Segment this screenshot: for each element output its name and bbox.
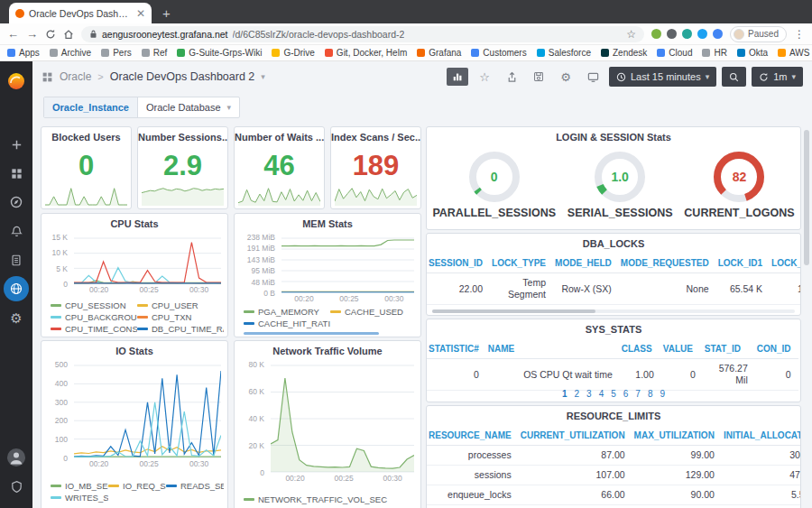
bookmark-star-icon[interactable]: ☆ <box>626 28 636 41</box>
legend-item[interactable]: NETWORK_TRAFFIC_VOL_SEC <box>244 494 417 505</box>
dashboard-settings-gear-icon[interactable]: ⚙ <box>555 68 577 86</box>
legend-item[interactable]: CACHE_USED <box>330 306 417 318</box>
panel-title[interactable]: Network Traffic Volume <box>235 341 420 361</box>
column-header[interactable]: LOCK_TYPE <box>490 254 553 273</box>
time-range-picker[interactable]: Last 15 minutes ▾ <box>609 67 716 87</box>
page-number[interactable]: 2 <box>575 389 580 399</box>
bookmark-item[interactable]: Ref <box>142 48 168 58</box>
legend-item[interactable]: IO_MB_SEC <box>51 480 108 492</box>
bookmark-item[interactable]: G-Drive <box>272 48 314 58</box>
column-header[interactable]: INITIAL_ALLOCATION <box>722 426 800 446</box>
column-header[interactable]: LOCK_ID2 <box>770 254 800 273</box>
browser-menu-icon[interactable]: ⋮ <box>794 28 805 41</box>
extension-icon[interactable] <box>713 29 723 39</box>
page-number[interactable]: 9 <box>660 389 665 399</box>
explore-compass-icon[interactable] <box>4 189 29 215</box>
column-header[interactable]: MODE_HELD <box>553 254 619 273</box>
zoom-out-button[interactable] <box>722 67 746 87</box>
column-header[interactable]: MODE_REQUESTED <box>619 254 716 273</box>
forward-icon[interactable]: → <box>26 28 38 40</box>
bookmark-item[interactable]: AWS Login <box>778 48 812 58</box>
legend-item[interactable]: PGA_MEMORY <box>244 306 330 318</box>
page-number[interactable]: 1 <box>562 389 567 399</box>
share-dashboard-button[interactable] <box>501 68 522 86</box>
panel-title[interactable]: Number of Waits ... <box>235 127 324 147</box>
legend-item[interactable]: IO_REQ_SEC <box>108 480 166 492</box>
bookmark-item[interactable]: G-Suite-Grps-Wiki <box>177 48 262 58</box>
variable-value-dropdown[interactable]: Oracle Database ▾ <box>138 97 239 117</box>
home-icon[interactable] <box>63 29 74 40</box>
panel-title[interactable]: RESOURCE_LIMITS <box>427 406 800 426</box>
legend-item[interactable]: CPU_SESSION <box>51 300 137 311</box>
page-number[interactable]: 5 <box>611 389 616 399</box>
column-header[interactable]: NAME <box>486 339 620 359</box>
column-header[interactable]: CLASS <box>620 339 661 359</box>
page-number[interactable]: 8 <box>648 389 653 399</box>
bookmark-item[interactable]: HR <box>702 48 726 58</box>
new-tab-button[interactable]: + <box>162 6 171 20</box>
settings-gear-icon[interactable]: ⚙ <box>4 305 29 330</box>
panel-title[interactable]: CPU Stats <box>42 214 227 234</box>
column-header[interactable]: CURRENT_UTILIZATION <box>519 426 632 446</box>
bookmark-item[interactable]: Okta <box>737 48 768 58</box>
dashboard-grid-icon[interactable] <box>42 71 53 83</box>
extension-icon[interactable] <box>651 29 661 39</box>
address-bar[interactable]: aengusrooneytest.grafana.net /d/6C85slrZ… <box>81 26 644 42</box>
legend-item[interactable]: CPU_USER <box>137 300 224 311</box>
bookmark-item[interactable]: Salesforce <box>537 48 591 58</box>
bookmark-item[interactable]: Grafana <box>417 48 461 58</box>
bookmark-item[interactable]: Apps <box>7 48 40 58</box>
page-scrollbar[interactable] <box>804 130 809 265</box>
bookmark-item[interactable]: Zendesk <box>601 48 647 58</box>
legend-item[interactable]: CPU_BACKGROUND <box>51 311 137 323</box>
legend-item[interactable]: WRITES_SEC <box>51 492 108 503</box>
legend-item[interactable]: CPU_TXN <box>137 311 224 323</box>
column-header[interactable]: LOCK_ID1 <box>716 254 770 273</box>
browser-tab[interactable]: Oracle DevOps Dashboard 2 - ✕ <box>9 3 152 23</box>
dashboards-icon[interactable] <box>4 161 29 186</box>
chart-plot[interactable] <box>271 365 414 473</box>
panel-title[interactable]: LOGIN & SESSION Stats <box>427 127 800 147</box>
chart-plot[interactable] <box>74 365 221 458</box>
world-globe-icon[interactable] <box>4 276 29 301</box>
column-header[interactable]: RESOURCE_NAME <box>427 426 519 446</box>
variable-label[interactable]: Oracle_Instance <box>44 97 138 117</box>
reload-icon[interactable] <box>45 29 56 40</box>
column-header[interactable]: MAX_UTILIZATION <box>632 426 722 446</box>
grafana-logo-icon[interactable] <box>4 69 29 94</box>
bookmark-item[interactable]: Archive <box>50 48 91 58</box>
panel-title[interactable]: DBA_LOCKS <box>427 234 800 254</box>
extension-icon[interactable] <box>667 29 677 39</box>
star-dashboard-button[interactable]: ☆ <box>474 68 495 86</box>
bookmark-item[interactable]: Pers <box>101 48 132 58</box>
chart-plot[interactable] <box>74 237 221 284</box>
chart-plot[interactable] <box>281 237 414 293</box>
legend-item[interactable]: DB_CPU_TIME_RATIO <box>137 323 224 335</box>
create-plus-icon[interactable] <box>4 132 29 157</box>
panel-title[interactable]: Blocked Users <box>42 127 131 147</box>
tab-close-icon[interactable]: ✕ <box>136 7 145 20</box>
page-number[interactable]: 4 <box>599 389 604 399</box>
alerts-bell-icon[interactable] <box>4 218 29 244</box>
refresh-picker[interactable]: 1m ▾ <box>752 67 803 87</box>
reports-document-icon[interactable] <box>4 247 29 272</box>
extension-icon[interactable] <box>682 29 692 39</box>
column-header[interactable]: VALUE <box>661 339 703 359</box>
legend-item[interactable]: READS_SEC <box>166 480 224 492</box>
save-dashboard-button[interactable] <box>528 68 549 86</box>
breadcrumb-folder[interactable]: Oracle <box>60 70 91 83</box>
legend-item[interactable]: CPU_TIME_CONSUMED <box>51 323 137 335</box>
tv-mode-button[interactable] <box>582 68 604 86</box>
help-shield-icon[interactable] <box>4 474 29 499</box>
column-header[interactable]: STATISTIC# <box>427 339 486 359</box>
horizontal-scrollbar[interactable] <box>432 309 795 313</box>
extension-icon[interactable] <box>697 29 707 39</box>
add-panel-button[interactable] <box>447 68 468 86</box>
chevron-down-icon[interactable]: ▾ <box>261 72 265 81</box>
page-number[interactable]: 6 <box>623 389 629 399</box>
panel-title[interactable]: MEM Stats <box>235 214 420 234</box>
legend-scrollbar[interactable] <box>244 332 379 335</box>
page-number[interactable]: 7 <box>635 389 641 399</box>
page-number[interactable]: 3 <box>586 389 592 399</box>
panel-title[interactable]: Index Scans / Sec... <box>331 127 420 147</box>
